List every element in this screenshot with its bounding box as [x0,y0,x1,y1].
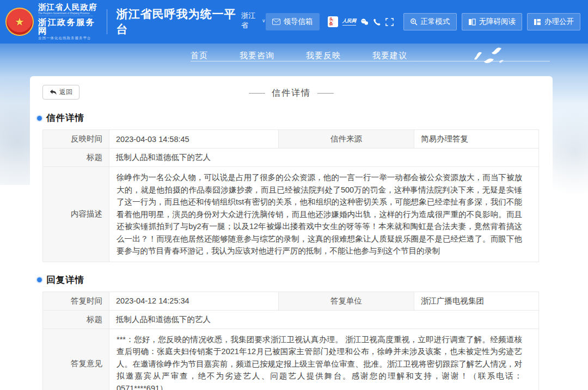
top-header: ★ 浙江省人民政府 The People's Government of Zhe… [0,0,588,44]
letter-source-label: 信件来源 [278,130,414,148]
leader-mailbox-button[interactable]: 领导信箱 [266,13,320,30]
reply-time-label: 答复时间 [43,292,109,310]
back-button[interactable]: 返回 [42,85,79,100]
site-logo: 浙江省人民政府 The People's Government of Zheji… [38,3,99,40]
letter-section-title: 信件详情 [46,112,84,124]
handling-disclosure-button[interactable]: 办理公开 [527,13,580,30]
platform-title-block: 浙江省民呼我为统一平台 浙江省 ∨ [116,7,265,37]
region-selector[interactable]: 浙江省 ∨ [241,11,266,30]
letter-table: 反映时间 2023-04-03 14:58:45 信件来源 简易办理答复 标题 … [42,129,539,262]
chevron-down-icon: ∨ [262,18,266,23]
mail-icon [272,18,280,25]
magnifier-icon [410,18,418,26]
back-arrow-icon [50,89,57,95]
emblem-star-icon: ★ [15,16,24,27]
content-card: 返回 信件详情 信件详情 反映时间 2023-04-03 14:58:45 信件… [30,76,553,390]
toutiao-icon[interactable]: 头条 [328,16,338,28]
table-row: 内容描述 徐峥作为一名公众人物，可以说是占用了很多的公众资源，他的一言一行一举一… [43,167,538,262]
normal-mode-button[interactable]: 正常模式 [403,13,457,30]
nav-item-suggest[interactable]: 我要建议 [372,51,407,61]
back-label: 返回 [59,88,72,97]
accessibility-label: 无障碍阅读 [479,17,516,27]
nav-item-report[interactable]: 我要反映 [306,51,341,61]
normal-mode-label: 正常模式 [421,17,450,27]
national-emblem-icon: ★ [5,8,34,36]
table-row: 答复时间 2023-04-12 14:25:34 答复单位 浙江广播电视集团 [43,292,538,311]
main-navigation: 首页 我要咨询 我要反映 我要建议 [191,51,407,61]
reply-table: 答复时间 2023-04-12 14:25:34 答复单位 浙江广播电视集团 标… [42,292,539,390]
disclosure-label: 办理公开 [544,17,574,27]
region-label: 浙江省 [241,11,260,30]
table-row: 答复意见 ***：您好，您反映的情况收悉，我集团要求浙江卫视认真办理。 浙江卫视… [43,329,538,390]
reply-opinion-label: 答复意见 [43,329,109,390]
letter-title-label: 标题 [43,148,109,166]
gov-name-en: The People's Government of Zhejiang Prov… [38,13,93,16]
page-title: 信件详情 [272,88,311,99]
portal-name: 浙江政务服务网 [38,18,99,36]
header-divider [107,9,107,34]
reply-title-label: 标题 [43,311,109,329]
section-bullet-icon [37,116,42,121]
accessibility-reading-button[interactable]: 无障碍阅读 [462,13,523,30]
letter-source-value: 简易办理答复 [414,130,540,148]
letter-title-value: 抵制人品和道德低下的艺人 [109,148,540,166]
gov-name: 浙江省人民政府 [38,3,99,11]
reflect-time-label: 反映时间 [43,130,109,148]
letter-section-heading: 信件详情 [37,112,553,124]
wechat-icon[interactable] [360,17,369,27]
page-title-row: 信件详情 [30,85,553,99]
reply-opinion-value: ***：您好，您反映的情况收悉，我集团要求浙江卫视认真办理。 浙江卫视高度重视，… [109,329,540,390]
header-actions: 领导信箱 头条 人民网 正常模式 [266,13,581,30]
toolbar: 返回 信件详情 [30,76,553,102]
section-bullet-icon [37,277,42,282]
reply-section-heading: 回复详情 [37,274,553,286]
mailbox-label: 领导信箱 [284,17,313,27]
reply-title-value: 抵制人品和道德低下的艺人 [109,311,540,329]
platform-title: 浙江省民呼我为统一平台 [116,7,237,37]
nav-item-home[interactable]: 首页 [191,51,208,61]
reply-section-title: 回复详情 [46,274,84,286]
content-desc-label: 内容描述 [43,167,109,262]
qr-scan-icon[interactable] [385,17,394,27]
grid-icon [534,18,541,26]
book-icon [468,18,476,26]
table-row: 反映时间 2023-04-03 14:58:45 信件来源 简易办理答复 [43,130,538,148]
nav-item-consult[interactable]: 我要咨询 [240,51,274,61]
reply-unit-label: 答复单位 [278,292,414,310]
peoples-daily-icon[interactable]: 人民网 [342,18,357,26]
table-row: 标题 抵制人品和道德低下的艺人 [43,311,538,329]
title-dash-left [249,93,265,94]
reply-unit-value: 浙江广播电视集团 [414,292,540,310]
portal-subtitle: 全国一体化在线政务服务平台 [38,36,99,40]
doves-decoration-icon [465,46,520,68]
table-row: 标题 抵制人品和道德低下的艺人 [43,148,538,167]
reply-time-value: 2023-04-12 14:25:34 [109,292,278,310]
title-dash-right [317,93,334,94]
content-desc-value: 徐峥作为一名公众人物，可以说是占用了很多的公众资源，他的一言一行一举一动都会被公… [109,167,540,262]
social-icons: 头条 人民网 [328,16,394,28]
phone-icon[interactable] [373,17,381,27]
reflect-time-value: 2023-04-03 14:58:45 [109,130,278,148]
